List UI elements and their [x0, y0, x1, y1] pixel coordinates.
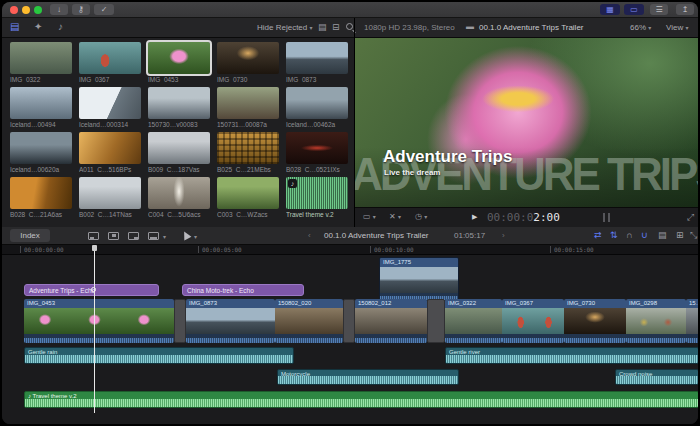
audio-skimming-icon[interactable]: ⇅ [610, 227, 618, 244]
browser-clip[interactable]: C004_C…5U6acs [148, 177, 210, 218]
clip-thumbnail[interactable] [10, 177, 72, 209]
timeline-history-forward[interactable]: › [502, 227, 505, 245]
audio-clip[interactable]: Motorcycle [277, 369, 459, 385]
browser-clip[interactable]: 150731…00087a [217, 87, 279, 128]
clip-thumbnail[interactable] [286, 132, 348, 164]
photos-sidebar-icon[interactable]: ✦ [34, 18, 42, 36]
audio-clip[interactable]: Crowd noise [615, 369, 699, 385]
insert-edit-icon[interactable] [108, 232, 119, 240]
audio-clip[interactable]: Gentle river [445, 347, 699, 364]
libraries-sidebar-icon[interactable]: ▤ [10, 18, 19, 36]
clip-thumbnail[interactable] [217, 87, 279, 119]
browser-clip[interactable]: Iceland…000314 [79, 87, 141, 128]
browser-clip[interactable]: IMG_0453 [148, 42, 210, 83]
video-clip[interactable]: 150802_020 [275, 299, 343, 343]
browser-clip[interactable]: Iceland…00620a [10, 132, 72, 173]
browser-clip[interactable]: IMG_0730 [217, 42, 279, 83]
view-popup[interactable]: View ▾ [666, 18, 688, 38]
import-media-button[interactable]: ↓ [50, 4, 68, 15]
timeline-history-back[interactable]: ‹ [308, 227, 311, 245]
connect-edit-icon[interactable] [88, 232, 99, 240]
transform-menu[interactable]: ▭ ▾ [363, 208, 376, 226]
transition-clip[interactable] [174, 299, 186, 343]
minimize-window-button[interactable] [22, 6, 30, 14]
browser-toggle-button[interactable]: ▦ [600, 4, 620, 15]
clip-thumbnail[interactable] [217, 42, 279, 74]
browser-clip[interactable]: B025_C…21MEbs [217, 132, 279, 173]
clip-thumbnail[interactable] [79, 87, 141, 119]
title-clip[interactable]: China Moto-trek - Echo [182, 284, 304, 296]
close-window-button[interactable] [10, 6, 18, 14]
zoom-fit-icon[interactable]: ⤡ [690, 227, 697, 244]
snapping-icon[interactable]: ∪ [641, 227, 648, 244]
clip-thumbnail-selected[interactable] [148, 42, 210, 74]
chevron-down-icon[interactable]: ▾ [194, 233, 197, 240]
browser-clip[interactable]: C003_C…WZacs [217, 177, 279, 218]
zoom-window-button[interactable] [34, 6, 42, 14]
browser-clip[interactable]: IMG_0322 [10, 42, 72, 83]
clip-thumbnail[interactable] [10, 132, 72, 164]
transition-clip[interactable] [427, 299, 445, 343]
clip-thumbnail[interactable] [79, 42, 141, 74]
video-clip[interactable]: IMG_0453 [24, 299, 174, 343]
clip-marker[interactable] [91, 287, 96, 292]
playhead[interactable] [94, 245, 95, 413]
audio-clip-thumbnail[interactable]: ♪ [286, 177, 348, 209]
clip-thumbnail[interactable] [286, 42, 348, 74]
browser-clip[interactable]: IMG_0873 [286, 42, 348, 83]
browser-clip[interactable]: B002_C…14TNas [79, 177, 141, 218]
playhead-handle[interactable] [92, 245, 97, 251]
video-clip[interactable]: IMG_0367 [502, 299, 564, 343]
browser-clip[interactable]: Iceland…00462a [286, 87, 348, 128]
select-tool-icon[interactable] [181, 230, 192, 241]
clip-thumbnail[interactable] [79, 132, 141, 164]
filter-popup[interactable]: Hide Rejected ▾ [257, 18, 313, 38]
search-icon[interactable] [346, 23, 353, 30]
clip-appearance-icon[interactable]: ▤ [318, 18, 327, 36]
clip-thumbnail[interactable] [148, 177, 210, 209]
timeline-ruler[interactable]: 00:00:00:00 00:00:05:00 00:00:10:00 00:0… [2, 245, 700, 255]
timeline-toggle-button[interactable]: ▭ [624, 4, 644, 15]
effects-menu[interactable]: ✕ ▾ [389, 208, 401, 226]
clip-thumbnail[interactable] [148, 87, 210, 119]
append-edit-icon[interactable] [128, 232, 139, 240]
browser-clip[interactable]: ♪ Travel theme v.2 [286, 177, 348, 218]
duration-slider-icon[interactable]: ⊟ [332, 18, 340, 36]
music-sidebar-icon[interactable]: ♪ [58, 18, 63, 36]
clip-thumbnail[interactable] [217, 132, 279, 164]
connected-clip[interactable]: IMG_1775 [379, 257, 459, 301]
background-tasks-button[interactable]: ✓ [94, 4, 114, 15]
browser-clip[interactable]: B028_C…0521IXs [286, 132, 348, 173]
clip-thumbnail[interactable] [10, 42, 72, 74]
browser-clip[interactable]: B028_C…21A6as [10, 177, 72, 218]
timeline-index-icon[interactable]: ▤ [658, 227, 667, 244]
music-clip[interactable]: ♪ Travel theme v.2 [24, 391, 699, 408]
inspector-toggle-button[interactable]: ☰ [650, 4, 668, 15]
skimming-icon[interactable]: ⇄ [594, 227, 602, 244]
chevron-down-icon[interactable]: ▾ [163, 233, 166, 240]
browser-clip[interactable]: Iceland…00494 [10, 87, 72, 128]
browser-clip[interactable]: A011_C…516BPs [79, 132, 141, 173]
audio-meter-right[interactable] [608, 213, 610, 222]
zoom-level-popup[interactable]: 66% ▾ [630, 18, 651, 38]
video-clip[interactable]: 15… [686, 299, 700, 343]
audio-meter-left[interactable] [603, 213, 605, 222]
video-clip[interactable]: IMG_0873 [186, 299, 275, 343]
solo-icon[interactable]: ∩ [626, 227, 632, 244]
video-clip[interactable]: IMG_0730 [564, 299, 626, 343]
browser-clip[interactable]: B009_C…187Vas [148, 132, 210, 173]
video-clip[interactable]: IMG_0298 [626, 299, 686, 343]
play-button[interactable]: ▶ [472, 208, 477, 226]
keyword-editor-button[interactable]: ⚷ [72, 4, 90, 15]
index-button[interactable]: Index [10, 229, 50, 242]
clip-thumbnail[interactable] [79, 177, 141, 209]
share-button[interactable]: ↥ [676, 4, 694, 15]
video-clip[interactable]: IMG_0322 [445, 299, 502, 343]
fullscreen-icon[interactable]: ⤢ [687, 208, 694, 226]
clip-thumbnail[interactable] [217, 177, 279, 209]
clip-thumbnail[interactable] [10, 87, 72, 119]
retime-menu[interactable]: ◷ ▾ [415, 208, 427, 226]
transition-clip[interactable] [343, 299, 355, 343]
browser-clip[interactable]: 150730…v00083 [148, 87, 210, 128]
clip-appearance-icon[interactable]: ⊞ [676, 227, 684, 244]
